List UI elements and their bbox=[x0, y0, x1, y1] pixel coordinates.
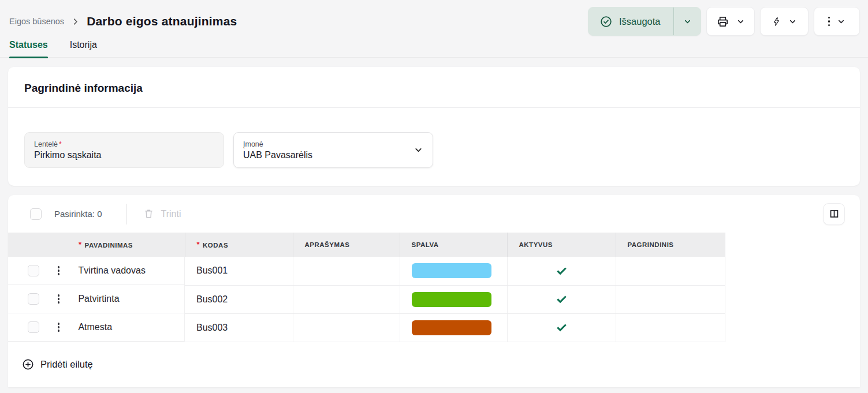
chevron-down-icon bbox=[837, 17, 845, 26]
imone-select-label: Įmonė bbox=[243, 140, 423, 148]
statuses-table-card: Pasirinkta: 0 Trinti *Pavadinimas *Kodas… bbox=[8, 195, 860, 387]
saved-button-label: Išsaugota bbox=[619, 16, 661, 27]
delete-button-label: Trinti bbox=[161, 209, 181, 219]
check-icon bbox=[556, 293, 568, 305]
table-row: Atmesta Bus003 bbox=[8, 313, 725, 342]
more-options-dropdown-button[interactable] bbox=[814, 7, 860, 36]
add-row-button[interactable]: Pridėti eilutę bbox=[8, 342, 93, 370]
print-dropdown-button[interactable] bbox=[706, 7, 755, 36]
row-active-cell[interactable] bbox=[507, 285, 616, 313]
selected-count-label: Pasirinkta: 0 bbox=[54, 209, 102, 219]
header-kodas: *Kodas bbox=[185, 233, 293, 257]
row-active-cell[interactable] bbox=[507, 257, 616, 285]
table-row: Tvirtina vadovas Bus001 bbox=[8, 257, 725, 285]
table-header-row: *Pavadinimas *Kodas Aprašymas Spalva Akt… bbox=[8, 233, 725, 257]
color-swatch[interactable] bbox=[412, 263, 491, 278]
delete-button[interactable]: Trinti bbox=[143, 208, 181, 219]
chevron-down-icon bbox=[788, 17, 797, 26]
color-swatch[interactable] bbox=[412, 320, 491, 335]
lightning-icon bbox=[772, 17, 781, 27]
top-bar: Eigos būsenos Darbo eigos atnaujinimas I… bbox=[0, 0, 868, 36]
row-name[interactable]: Tvirtina vadovas bbox=[78, 265, 146, 276]
columns-icon bbox=[829, 208, 840, 219]
card-header: Pagrindinė informacija bbox=[8, 67, 860, 108]
imone-select-value: UAB Pavasarėlis bbox=[243, 150, 423, 160]
row-color-cell[interactable] bbox=[400, 257, 507, 285]
row-checkbox[interactable] bbox=[28, 293, 39, 305]
card-title: Pagrindinė informacija bbox=[24, 82, 844, 95]
statuses-table: *Pavadinimas *Kodas Aprašymas Spalva Akt… bbox=[8, 233, 725, 342]
page-title: Darbo eigos atnaujinimas bbox=[87, 14, 237, 28]
header-pagrindinis: Pagrindinis bbox=[616, 233, 725, 257]
row-kebab-menu-icon[interactable] bbox=[58, 266, 59, 275]
lentele-field: Lentelė* Pirkimo sąskaita bbox=[24, 132, 224, 168]
saved-button-main[interactable]: Išsaugota bbox=[588, 8, 673, 35]
table-toolbar: Pasirinkta: 0 Trinti bbox=[8, 195, 860, 233]
breadcrumb-parent-link[interactable]: Eigos būsenos bbox=[9, 17, 64, 26]
printer-icon bbox=[716, 15, 729, 28]
tab-istorija[interactable]: Istorija bbox=[70, 40, 97, 57]
header-aprasymas: Aprašymas bbox=[293, 233, 400, 257]
check-icon bbox=[556, 321, 568, 334]
row-name[interactable]: Patvirtinta bbox=[78, 294, 119, 304]
toolbar-divider bbox=[126, 204, 127, 224]
row-checkbox[interactable] bbox=[28, 265, 39, 276]
breadcrumb-chevron-icon bbox=[71, 17, 80, 26]
header-spalva: Spalva bbox=[400, 233, 507, 257]
breadcrumb: Eigos būsenos Darbo eigos atnaujinimas bbox=[9, 14, 237, 28]
row-kebab-menu-icon[interactable] bbox=[58, 294, 59, 303]
row-description[interactable] bbox=[293, 313, 400, 342]
chevron-down-icon bbox=[736, 17, 745, 26]
row-kebab-menu-icon[interactable] bbox=[58, 323, 59, 331]
check-icon bbox=[556, 265, 568, 277]
row-code[interactable]: Bus002 bbox=[185, 285, 293, 313]
row-name[interactable]: Atmesta bbox=[78, 322, 112, 332]
tab-bar: Statuses Istorija bbox=[0, 36, 868, 58]
row-code[interactable]: Bus003 bbox=[185, 313, 293, 342]
saved-dropdown-button[interactable] bbox=[674, 8, 701, 35]
imone-select[interactable]: Įmonė UAB Pavasarėlis bbox=[233, 132, 433, 168]
row-description[interactable] bbox=[293, 285, 400, 313]
lentele-field-value: Pirkimo sąskaita bbox=[34, 150, 214, 160]
row-color-cell[interactable] bbox=[400, 285, 507, 313]
lentele-field-label: Lentelė* bbox=[34, 140, 214, 148]
row-primary-cell[interactable] bbox=[616, 313, 725, 342]
automation-dropdown-button[interactable] bbox=[760, 7, 809, 36]
row-checkbox[interactable] bbox=[28, 321, 39, 333]
header-actions: Išsaugota bbox=[588, 7, 860, 36]
main-info-card: Pagrindinė informacija Lentelė* Pirkimo … bbox=[8, 67, 860, 186]
color-swatch[interactable] bbox=[412, 292, 491, 307]
add-row-label: Pridėti eilutę bbox=[40, 359, 93, 370]
tab-statuses[interactable]: Statuses bbox=[9, 40, 48, 57]
required-asterisk: * bbox=[59, 140, 62, 148]
row-primary-cell[interactable] bbox=[616, 257, 725, 285]
row-description[interactable] bbox=[293, 257, 400, 285]
plus-circle-icon bbox=[22, 358, 34, 370]
check-circle-icon bbox=[600, 16, 612, 28]
header-aktyvus: Aktyvus bbox=[507, 233, 616, 257]
select-all-checkbox[interactable] bbox=[30, 208, 42, 220]
saved-split-button[interactable]: Išsaugota bbox=[588, 7, 701, 36]
row-color-cell[interactable] bbox=[400, 313, 507, 342]
kebab-menu-icon bbox=[828, 17, 830, 27]
table-row: Patvirtinta Bus002 bbox=[8, 285, 725, 313]
row-active-cell[interactable] bbox=[507, 313, 616, 342]
chevron-down-icon bbox=[413, 145, 423, 155]
row-code[interactable]: Bus001 bbox=[185, 257, 293, 285]
trash-icon bbox=[143, 208, 154, 219]
column-settings-button[interactable] bbox=[823, 203, 845, 225]
form-fields: Lentelė* Pirkimo sąskaita Įmonė UAB Pava… bbox=[8, 108, 860, 168]
header-pavadinimas: *Pavadinimas bbox=[8, 233, 185, 257]
row-primary-cell[interactable] bbox=[616, 285, 725, 313]
